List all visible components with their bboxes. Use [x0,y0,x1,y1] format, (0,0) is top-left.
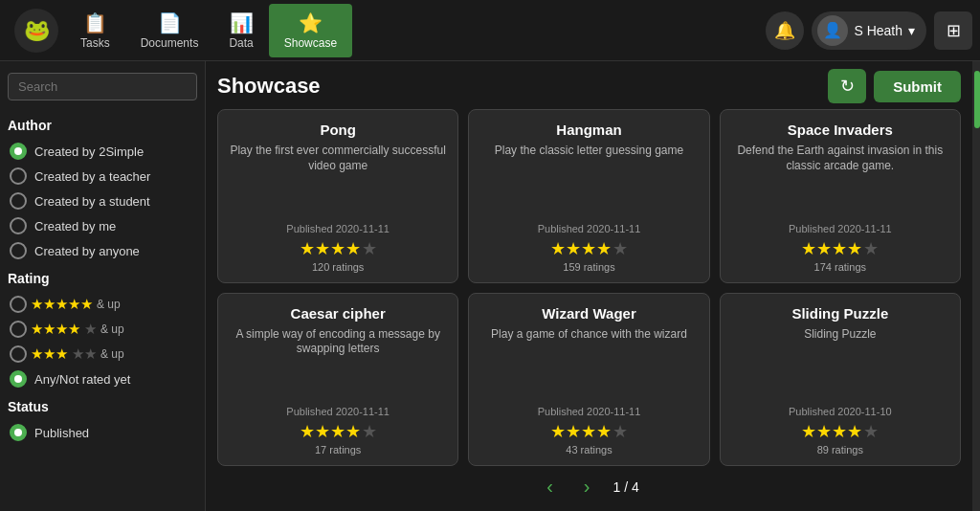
header-right: ↻ Submit [828,69,961,103]
documents-label: Documents [141,36,199,50]
content-header: Showcase ↻ Submit [217,69,961,103]
rating-3star[interactable]: ★★★★★ & up [8,342,197,367]
filter-any-rating[interactable]: Any/Not rated yet [8,367,197,391]
stars-3-empty: ★★ [72,345,97,363]
card-caesar-cipher-date: Published 2020-11-11 [228,406,448,417]
nav-item-showcase[interactable]: ⭐ Showcase [269,4,352,57]
cards-grid: Pong Play the first ever commercially su… [217,109,961,466]
card-pong-desc: Play the first ever commercially success… [228,144,448,215]
card-hangman-ratings: 159 ratings [479,261,699,273]
main-area: Author Created by 2Simple Created by a t… [0,61,980,511]
radio-by-teacher [10,167,27,185]
card-wizard-wager-ratings: 43 ratings [479,444,699,455]
radio-by-anyone [10,242,27,259]
nav-item-documents[interactable]: 📄 Documents [125,4,214,57]
card-wizard-wager-stars: ★★★★★ [479,421,699,442]
radio-5star [10,296,27,313]
filter-by-me[interactable]: Created by me [8,213,197,238]
filter-by-me-label: Created by me [34,219,116,233]
data-label: Data [229,36,253,50]
top-navigation: 🐸 📋 Tasks 📄 Documents 📊 Data ⭐ Showcase … [0,0,980,61]
status-section-title: Status [8,399,197,414]
nav-item-tasks[interactable]: 📋 Tasks [65,4,125,57]
page-info: 1 / 4 [613,479,639,495]
nav-right: 🔔 👤 S Heath ▾ ⊞ [766,11,972,50]
user-menu-button[interactable]: 👤 S Heath ▾ [812,11,926,50]
author-section-title: Author [8,118,197,133]
stars-5-filled: ★★★★★ [31,296,93,313]
card-sliding-puzzle-stars: ★★★★★ [730,421,950,442]
card-sliding-puzzle-ratings: 89 ratings [730,444,950,455]
any-rating-label: Any/Not rated yet [34,372,130,387]
card-hangman-stars: ★★★★★ [479,238,699,259]
card-sliding-puzzle[interactable]: Sliding Puzzle Sliding Puzzle Published … [720,293,961,467]
card-hangman[interactable]: Hangman Play the classic letter guessing… [468,109,709,283]
showcase-icon: ⭐ [299,11,323,34]
card-hangman-title: Hangman [556,122,621,138]
right-scrollbar-thumb [974,71,980,128]
radio-published [10,424,27,441]
card-pong-stars: ★★★★★ [228,238,448,259]
filter-published[interactable]: Published [8,420,197,445]
card-pong-date: Published 2020-11-11 [228,223,448,234]
card-pong-title: Pong [320,122,356,138]
card-caesar-cipher-title: Caesar cipher [291,305,386,322]
sidebar: Author Created by 2Simple Created by a t… [0,61,206,511]
total-pages: 4 [632,479,639,495]
card-space-invaders-ratings: 174 ratings [730,261,950,273]
card-pong[interactable]: Pong Play the first ever commercially su… [217,109,458,283]
rating-5-up-label: & up [97,298,121,311]
stars-4-filled: ★★★★ [31,321,80,338]
submit-button[interactable]: Submit [874,71,961,102]
radio-by-me [10,217,27,234]
page-separator: / [624,479,632,495]
right-scrollbar[interactable] [972,61,980,511]
filter-by-2simple[interactable]: Created by 2Simple [8,139,197,164]
next-page-button[interactable]: › [576,474,598,500]
page-title: Showcase [217,74,321,99]
search-input[interactable] [8,73,197,100]
notifications-button[interactable]: 🔔 [766,11,804,50]
rating-5star[interactable]: ★★★★★ & up [8,292,197,317]
avatar: 👤 [817,15,848,46]
grid-icon: ⊞ [947,20,961,41]
card-space-invaders-title: Space Invaders [788,122,893,138]
card-sliding-puzzle-date: Published 2020-11-10 [730,406,950,417]
radio-by-2simple [10,143,27,160]
stars-3-filled: ★★★ [31,345,68,363]
nav-items: 📋 Tasks 📄 Documents 📊 Data ⭐ Showcase [65,4,766,57]
logo-icon: 🐸 [24,18,50,43]
card-sliding-puzzle-title: Sliding Puzzle [791,305,888,322]
showcase-label: Showcase [284,36,337,50]
tasks-label: Tasks [80,36,110,50]
card-wizard-wager-desc: Play a game of chance with the wizard [491,327,687,399]
rating-4star[interactable]: ★★★★★ & up [8,317,197,342]
refresh-button[interactable]: ↻ [828,69,866,103]
radio-3star [10,345,27,363]
logo-area: 🐸 [8,9,65,53]
card-space-invaders-footer: Published 2020-11-11 ★★★★★ 174 ratings [730,223,950,273]
card-wizard-wager[interactable]: Wizard Wager Play a game of chance with … [468,293,709,467]
radio-4star [10,321,27,338]
published-label: Published [34,426,89,440]
rating-4-up-label: & up [100,322,124,336]
user-name: S Heath [854,23,902,38]
grid-menu-button[interactable]: ⊞ [934,11,972,50]
data-icon: 📊 [230,11,254,34]
filter-by-anyone[interactable]: Created by anyone [8,238,197,263]
filter-by-teacher[interactable]: Created by a teacher [8,164,197,189]
card-caesar-cipher[interactable]: Caesar cipher A simple way of encoding a… [217,293,458,467]
filter-by-student[interactable]: Created by a student [8,189,197,213]
app-logo: 🐸 [14,9,58,53]
card-wizard-wager-footer: Published 2020-11-11 ★★★★★ 43 ratings [479,406,699,455]
content-area: Showcase ↻ Submit Pong Play the first ev… [206,61,972,511]
prev-page-button[interactable]: ‹ [539,474,561,500]
card-caesar-cipher-footer: Published 2020-11-11 ★★★★★ 17 ratings [228,406,448,455]
filter-by-2simple-label: Created by 2Simple [34,144,144,159]
documents-icon: 📄 [158,11,182,34]
notifications-icon: 🔔 [774,20,795,41]
pagination: ‹ › 1 / 4 [217,466,961,503]
card-space-invaders[interactable]: Space Invaders Defend the Earth against … [720,109,961,283]
card-space-invaders-stars: ★★★★★ [730,238,950,259]
nav-item-data[interactable]: 📊 Data [213,4,268,57]
